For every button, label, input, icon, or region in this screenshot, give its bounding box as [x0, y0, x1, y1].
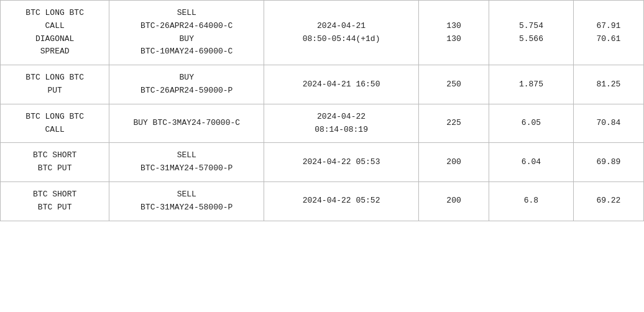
price-cell: 1.875 [489, 65, 574, 104]
quantity-cell: 130130 [419, 1, 489, 65]
datetime-cell: 2024-04-2108:50-05:44(+1d) [264, 1, 419, 65]
table-row: BTC LONG BTCCALLBUY BTC-3MAY24-70000-C20… [1, 104, 644, 143]
value-cell: 81.25 [573, 65, 643, 104]
table-row: BTC SHORTBTC PUTSELLBTC-31MAY24-58000-P2… [1, 181, 644, 221]
value-cell: 69.89 [573, 143, 643, 182]
price-cell: 6.04 [489, 143, 574, 182]
value-cell: 69.22 [573, 181, 643, 221]
instrument-cell: BUY BTC-3MAY24-70000-C [109, 104, 264, 143]
table-row: BTC LONG BTCCALLDIAGONALSPREADSELLBTC-26… [1, 1, 644, 65]
strategy-cell: BTC LONG BTCPUT [1, 65, 109, 104]
value-cell: 67.9170.61 [573, 1, 643, 65]
instrument-cell: SELLBTC-26APR24-64000-CBUYBTC-10MAY24-69… [109, 1, 264, 65]
trades-table: BTC LONG BTCCALLDIAGONALSPREADSELLBTC-26… [0, 0, 644, 221]
datetime-cell: 2024-04-22 05:53 [264, 143, 419, 182]
quantity-cell: 250 [419, 65, 489, 104]
strategy-cell: BTC SHORTBTC PUT [1, 143, 109, 182]
quantity-cell: 200 [419, 181, 489, 221]
strategy-cell: BTC LONG BTCCALL [1, 104, 109, 143]
table-row: BTC SHORTBTC PUTSELLBTC-31MAY24-57000-P2… [1, 143, 644, 182]
quantity-cell: 200 [419, 143, 489, 182]
instrument-cell: SELLBTC-31MAY24-57000-P [109, 143, 264, 182]
price-cell: 5.7545.566 [489, 1, 574, 65]
quantity-cell: 225 [419, 104, 489, 143]
instrument-cell: SELLBTC-31MAY24-58000-P [109, 181, 264, 221]
datetime-cell: 2024-04-2208:14-08:19 [264, 104, 419, 143]
datetime-cell: 2024-04-21 16:50 [264, 65, 419, 104]
price-cell: 6.05 [489, 104, 574, 143]
datetime-cell: 2024-04-22 05:52 [264, 181, 419, 221]
strategy-cell: BTC SHORTBTC PUT [1, 181, 109, 221]
instrument-cell: BUYBTC-26APR24-59000-P [109, 65, 264, 104]
value-cell: 70.84 [573, 104, 643, 143]
price-cell: 6.8 [489, 181, 574, 221]
table-row: BTC LONG BTCPUTBUYBTC-26APR24-59000-P202… [1, 65, 644, 104]
strategy-cell: BTC LONG BTCCALLDIAGONALSPREAD [1, 1, 109, 65]
